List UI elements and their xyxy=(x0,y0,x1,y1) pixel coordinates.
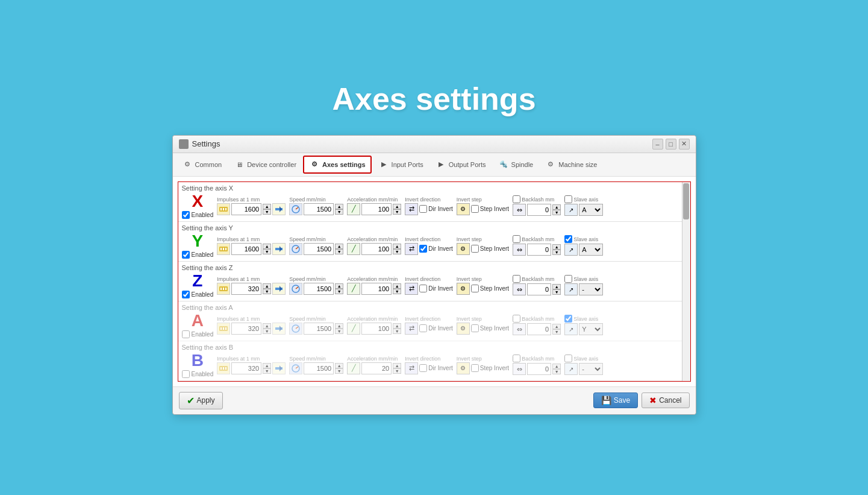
speed-up-X[interactable]: ▲ xyxy=(335,204,343,209)
backlash-down-Z[interactable]: ▼ xyxy=(552,289,561,295)
backlash-enabled-checkbox-A[interactable] xyxy=(513,315,520,323)
slave-enabled-checkbox-A[interactable] xyxy=(564,315,572,323)
backlash-input-Y[interactable] xyxy=(527,244,551,256)
dir-invert-checkbox-Z[interactable] xyxy=(419,285,427,292)
dir-invert-checkbox-B[interactable] xyxy=(419,364,427,372)
cancel-button[interactable]: ✖ Cancel xyxy=(642,393,689,408)
slave-check-B[interactable]: Slave axis xyxy=(564,355,603,362)
tab-common[interactable]: ⚙ Common xyxy=(176,156,228,173)
impulses-up-X[interactable]: ▲ xyxy=(263,204,271,209)
speed-input-B[interactable] xyxy=(304,362,334,374)
step-invert-check-A[interactable]: Step Invert xyxy=(471,324,509,332)
backlash-check-Y[interactable]: Backlash mm xyxy=(513,235,561,243)
impulses-input-Y[interactable] xyxy=(231,243,261,255)
speed-input-A[interactable] xyxy=(304,323,334,335)
backlash-check-B[interactable]: Backlash mm xyxy=(513,355,561,362)
close-button[interactable]: ✕ xyxy=(679,139,690,150)
backlash-check-X[interactable]: Backlash mm xyxy=(513,195,561,203)
scrollbar[interactable] xyxy=(682,182,690,381)
speed-down-Y[interactable]: ▼ xyxy=(335,249,343,254)
axis-enabled-checkbox-X[interactable] xyxy=(182,211,190,219)
impulses-input-X[interactable] xyxy=(231,203,261,215)
dir-invert-check-A[interactable]: Dir Invert xyxy=(419,324,453,332)
backlash-check-A[interactable]: Backlash mm xyxy=(513,315,561,323)
backlash-enabled-checkbox-X[interactable] xyxy=(513,195,520,203)
backlash-input-X[interactable] xyxy=(527,204,551,216)
impulses-input-B[interactable] xyxy=(231,362,261,374)
backlash-check-Z[interactable]: Backlash mm xyxy=(513,275,561,283)
speed-input-Z[interactable] xyxy=(304,283,334,295)
speed-down-X[interactable]: ▼ xyxy=(335,209,343,215)
backlash-down-X[interactable]: ▼ xyxy=(552,210,561,215)
slave-check-X[interactable]: Slave axis xyxy=(564,195,603,203)
step-invert-checkbox-Y[interactable] xyxy=(471,245,479,253)
backlash-up-X[interactable]: ▲ xyxy=(552,204,561,210)
speed-down-B[interactable]: ▼ xyxy=(335,368,343,374)
slave-select-Z[interactable]: A Y - xyxy=(579,283,603,295)
backlash-enabled-checkbox-Z[interactable] xyxy=(513,275,520,283)
scrollbar-thumb[interactable] xyxy=(683,183,689,219)
accel-down-X[interactable]: ▼ xyxy=(393,209,401,215)
axis-enabled-checkbox-A[interactable] xyxy=(182,330,190,338)
axis-enabled-checkbox-B[interactable] xyxy=(182,370,190,378)
backlash-down-Y[interactable]: ▼ xyxy=(552,250,561,255)
accel-up-A[interactable]: ▲ xyxy=(393,323,401,329)
accel-up-Y[interactable]: ▲ xyxy=(393,244,401,249)
accel-input-X[interactable] xyxy=(361,203,392,215)
minimize-button[interactable]: – xyxy=(652,139,663,150)
step-invert-check-B[interactable]: Step Invert xyxy=(471,364,509,372)
impulses-down-Z[interactable]: ▼ xyxy=(263,289,271,294)
tab-machine[interactable]: ⚙ Machine size xyxy=(540,156,602,173)
axis-enabled-label-Y[interactable]: Enabled xyxy=(182,251,214,259)
step-invert-check-Y[interactable]: Step Invert xyxy=(471,245,509,253)
impulses-up-B[interactable]: ▲ xyxy=(263,363,271,368)
accel-down-A[interactable]: ▼ xyxy=(393,329,401,334)
backlash-down-B[interactable]: ▼ xyxy=(552,369,561,374)
backlash-input-Z[interactable] xyxy=(527,283,551,295)
slave-check-Z[interactable]: Slave axis xyxy=(564,275,603,283)
slave-enabled-checkbox-B[interactable] xyxy=(564,355,572,362)
slave-select-Y[interactable]: A Y - xyxy=(579,244,603,256)
accel-up-X[interactable]: ▲ xyxy=(393,204,401,209)
slave-enabled-checkbox-Y[interactable] xyxy=(564,235,572,243)
slave-select-X[interactable]: A Y - xyxy=(579,204,603,216)
speed-up-Z[interactable]: ▲ xyxy=(335,283,343,289)
backlash-up-Y[interactable]: ▲ xyxy=(552,244,561,250)
backlash-down-A[interactable]: ▼ xyxy=(552,329,561,335)
accel-input-Z[interactable] xyxy=(361,283,392,295)
maximize-button[interactable]: □ xyxy=(666,139,676,150)
backlash-enabled-checkbox-Y[interactable] xyxy=(513,235,520,243)
backlash-up-A[interactable]: ▲ xyxy=(552,324,561,329)
slave-select-A[interactable]: A Y - xyxy=(579,323,603,335)
tab-output[interactable]: ▶ Output Ports xyxy=(430,156,492,173)
accel-down-B[interactable]: ▼ xyxy=(393,368,401,374)
backlash-enabled-checkbox-B[interactable] xyxy=(513,355,520,362)
dir-invert-check-Z[interactable]: Dir Invert xyxy=(419,285,453,292)
dir-invert-checkbox-X[interactable] xyxy=(419,205,427,213)
accel-input-A[interactable] xyxy=(361,323,392,335)
slave-enabled-checkbox-X[interactable] xyxy=(564,195,572,203)
impulses-down-A[interactable]: ▼ xyxy=(263,329,271,334)
impulses-up-A[interactable]: ▲ xyxy=(263,323,271,329)
accel-up-Z[interactable]: ▲ xyxy=(393,283,401,289)
impulses-up-Z[interactable]: ▲ xyxy=(263,283,271,289)
accel-input-B[interactable] xyxy=(361,362,392,374)
accel-input-Y[interactable] xyxy=(361,243,392,255)
axis-enabled-checkbox-Z[interactable] xyxy=(182,291,190,298)
dir-invert-checkbox-Y[interactable] xyxy=(419,245,427,253)
slave-select-B[interactable]: A Y - xyxy=(579,363,603,375)
step-invert-check-X[interactable]: Step Invert xyxy=(471,205,509,213)
dir-invert-checkbox-A[interactable] xyxy=(419,324,427,332)
dir-invert-check-B[interactable]: Dir Invert xyxy=(419,364,453,372)
speed-up-A[interactable]: ▲ xyxy=(335,323,343,329)
step-invert-check-Z[interactable]: Step Invert xyxy=(471,285,509,292)
slave-check-A[interactable]: Slave axis xyxy=(564,315,603,323)
speed-down-Z[interactable]: ▼ xyxy=(335,289,343,294)
tab-device[interactable]: 🖥 Device controller xyxy=(228,156,302,173)
dir-invert-check-X[interactable]: Dir Invert xyxy=(419,205,453,213)
speed-down-A[interactable]: ▼ xyxy=(335,329,343,334)
impulses-input-Z[interactable] xyxy=(231,283,261,295)
speed-up-B[interactable]: ▲ xyxy=(335,363,343,368)
save-button[interactable]: 💾 Save xyxy=(593,393,638,408)
impulses-down-Y[interactable]: ▼ xyxy=(263,249,271,254)
